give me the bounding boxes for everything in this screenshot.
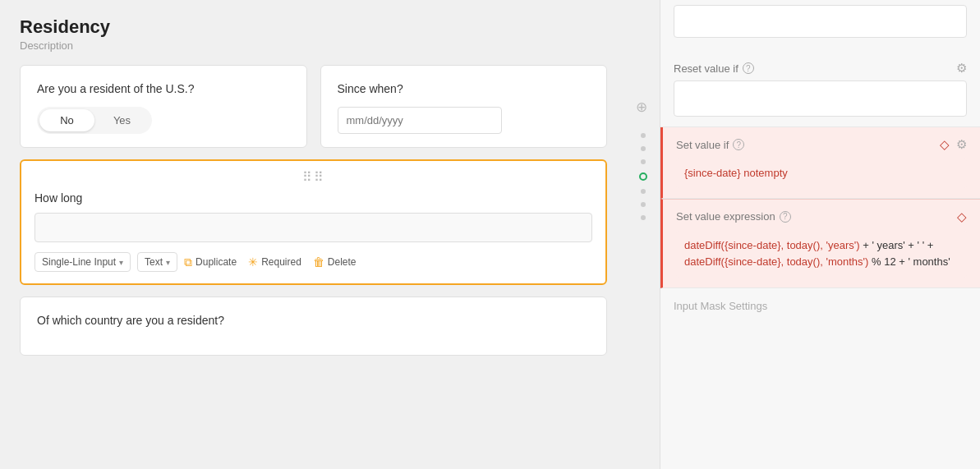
condition-text: {since-date} notempty (676, 159, 967, 188)
right-panel: Reset value if ? ⚙ Set value if ? ◇ ⚙ {s… (660, 0, 980, 469)
toggle-group[interactable]: No Yes (37, 107, 152, 134)
input-format-label: Text (145, 256, 163, 268)
expr-connector2: % 12 + ' months' (872, 255, 950, 268)
how-long-label: How long (35, 191, 592, 205)
reset-help-icon[interactable]: ? (743, 62, 754, 74)
reset-header: Reset value if ? ⚙ (674, 61, 967, 76)
input-format-chevron: ▾ (166, 258, 170, 267)
reset-title: Reset value if ? (674, 62, 754, 75)
dot-6 (641, 202, 646, 207)
dot-1 (641, 133, 646, 138)
resident-card: Are you a resident of the U.S.? No Yes (20, 65, 307, 148)
since-card: Since when? (320, 65, 608, 148)
set-value-if-title: Set value if ? (676, 139, 744, 151)
set-value-expression-header: Set value expression ? ◇ (676, 209, 967, 224)
dot-3 (641, 159, 646, 164)
set-value-if-diamond-button[interactable]: ◇ (940, 137, 950, 152)
form-row-1: Are you a resident of the U.S.? No Yes S… (20, 65, 607, 148)
toggle-no[interactable]: No (39, 109, 94, 131)
set-value-expression-icons: ◇ (957, 209, 967, 224)
duplicate-label: Duplicate (196, 256, 237, 268)
top-textarea[interactable] (674, 5, 967, 38)
resident-question: Are you a resident of the U.S.? (37, 82, 290, 95)
page-title: Residency (20, 16, 607, 38)
set-value-expression-title: Set value expression ? (676, 210, 791, 223)
input-type-label: Single-Line Input (42, 256, 116, 268)
set-value-expression-diamond-button[interactable]: ◇ (957, 209, 967, 224)
expression-text: dateDiff({since-date}, today(), 'years')… (676, 231, 967, 278)
page-description: Description (20, 39, 607, 52)
required-label: Required (261, 256, 301, 268)
country-question: Of which country are you a resident? (37, 314, 590, 327)
delete-icon: 🗑 (313, 255, 324, 269)
reset-value-section: Reset value if ? ⚙ (660, 51, 980, 127)
dot-7 (641, 215, 646, 220)
set-value-if-section: Set value if ? ◇ ⚙ {since-date} notempty (660, 127, 980, 199)
drag-icon: ⠿⠿ (302, 169, 325, 185)
input-type-select[interactable]: Single-Line Input ▾ (35, 252, 131, 272)
toggle-yes[interactable]: Yes (94, 109, 150, 131)
dot-5 (641, 189, 646, 194)
expr-connector1: + ' years' + ' ' + (863, 239, 933, 251)
set-value-if-header: Set value if ? ◇ ⚙ (676, 137, 967, 152)
reset-icons: ⚙ (956, 61, 967, 76)
expr-part1: dateDiff({since-date}, today(), 'years') (684, 239, 860, 251)
dot-active (639, 172, 647, 181)
how-long-card: ⠿⠿ How long Single-Line Input ▾ Text ▾ ⧉… (20, 159, 607, 285)
required-icon: ✳ (248, 255, 258, 269)
drag-handle: ⠿⠿ (35, 169, 592, 185)
delete-button[interactable]: 🗑 Delete (313, 255, 357, 269)
dot-2 (641, 146, 646, 151)
since-question: Since when? (338, 82, 591, 95)
input-type-chevron: ▾ (119, 258, 123, 267)
set-value-if-help-icon[interactable]: ? (733, 139, 744, 150)
field-toolbar: Single-Line Input ▾ Text ▾ ⧉ Duplicate ✳… (35, 252, 592, 272)
set-value-expression-label: Set value expression (676, 210, 775, 223)
set-value-expression-help-icon[interactable]: ? (780, 211, 791, 223)
expr-part2: dateDiff({since-date}, today(), 'months'… (684, 255, 868, 268)
set-value-if-label: Set value if (676, 139, 729, 151)
date-input[interactable] (338, 107, 502, 134)
set-value-if-icons: ◇ ⚙ (940, 137, 967, 152)
geo-icon: ⊕ (636, 99, 651, 113)
input-format-select[interactable]: Text ▾ (137, 252, 177, 272)
set-value-expression-section: Set value expression ? ◇ dateDiff({since… (660, 199, 980, 289)
reset-value-box (674, 80, 967, 117)
required-button[interactable]: ✳ Required (248, 255, 301, 269)
input-mask-label: Input Mask Settings (674, 300, 767, 312)
input-preview (35, 213, 592, 242)
left-panel: Residency Description Are you a resident… (0, 0, 627, 469)
reset-settings-button[interactable]: ⚙ (956, 61, 967, 76)
duplicate-icon: ⧉ (184, 255, 192, 269)
country-card: Of which country are you a resident? (20, 297, 607, 356)
center-dots: ⊕ (627, 0, 660, 469)
set-value-if-settings-button[interactable]: ⚙ (956, 137, 967, 152)
top-textarea-section (660, 0, 980, 51)
reset-title-label: Reset value if (674, 62, 738, 75)
input-mask-section: Input Mask Settings (660, 288, 980, 323)
delete-label: Delete (328, 256, 357, 268)
duplicate-button[interactable]: ⧉ Duplicate (184, 255, 237, 269)
